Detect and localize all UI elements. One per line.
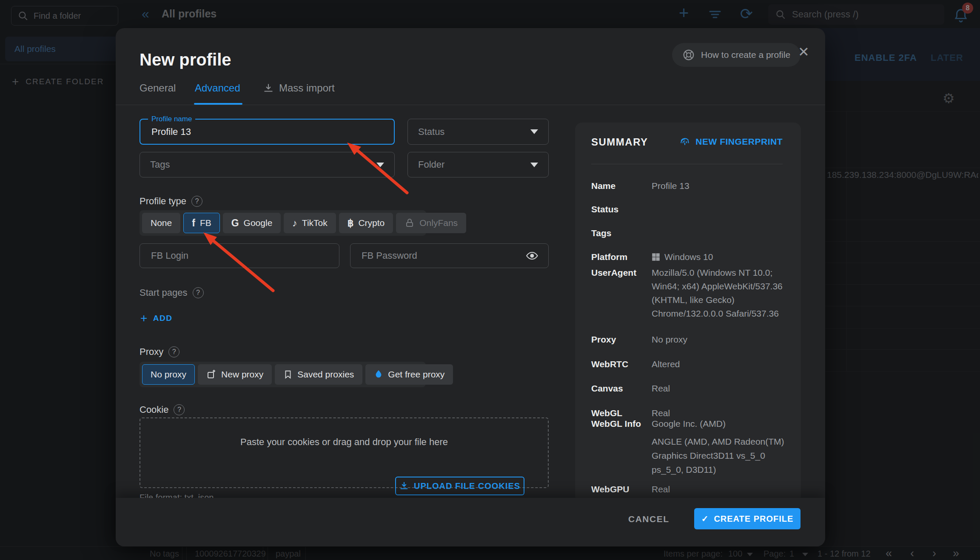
- lock-icon: [405, 218, 415, 228]
- check-icon: ✓: [701, 514, 709, 524]
- close-icon[interactable]: ✕: [798, 45, 809, 59]
- help-circle-icon[interactable]: ?: [191, 196, 202, 207]
- chevron-down-icon: [530, 163, 538, 167]
- tab-general[interactable]: General: [140, 82, 176, 94]
- chevron-down-icon: [530, 129, 538, 134]
- summary-row-webgpu: WebGPU Real: [591, 483, 787, 496]
- proxy-label: Proxy: [140, 346, 163, 357]
- saved-proxies-button[interactable]: Saved proxies: [275, 364, 362, 385]
- summary-row-webrtc: WebRTC Altered: [591, 358, 787, 371]
- summary-row-platform: Platform Windows 10: [591, 251, 787, 263]
- fb-password-input[interactable]: [361, 250, 526, 262]
- new-proxy-button[interactable]: New proxy: [198, 364, 272, 385]
- modal-title: New profile: [140, 50, 231, 69]
- profile-type-section: Profile type ?: [140, 196, 202, 207]
- tabs-divider: [116, 105, 825, 105]
- type-tiktok-button[interactable]: ♪ TikTok: [284, 213, 336, 233]
- windows-icon: [652, 253, 660, 261]
- app-screen: Find a folder All profiles + CREATE FOLD…: [0, 0, 980, 560]
- status-placeholder: Status: [418, 126, 444, 137]
- summary-row-canvas: Canvas Real: [591, 382, 787, 395]
- summary-row-status: Status: [591, 203, 787, 216]
- status-select[interactable]: Status: [407, 119, 549, 145]
- summary-row-tags: Tags: [591, 227, 787, 240]
- google-icon: G: [231, 217, 239, 229]
- how-to-create-label: How to create a profile: [701, 50, 790, 60]
- help-circle-icon[interactable]: ?: [193, 287, 204, 298]
- type-crypto-button[interactable]: ฿ Crypto: [339, 213, 393, 233]
- profile-type-label: Profile type: [140, 196, 186, 207]
- fb-login-input[interactable]: [150, 250, 329, 262]
- tiktok-icon: ♪: [292, 217, 297, 229]
- flame-icon: [374, 369, 383, 380]
- profile-type-group: None f FB G Google ♪ TikTok ฿ Crypto Onl…: [140, 210, 426, 236]
- new-fingerprint-label: NEW FINGERPRINT: [695, 137, 783, 147]
- type-fb-button[interactable]: f FB: [183, 213, 220, 233]
- fb-password-field[interactable]: [350, 243, 549, 268]
- start-pages-section: Start pages ?: [140, 287, 204, 298]
- summary-row-webgl-info: WebGL Info Google Inc. (AMD): [591, 417, 787, 430]
- cookie-dropzone-text: Paste your cookies or drag and drop your…: [140, 437, 549, 448]
- create-profile-label: CREATE PROFILE: [714, 514, 793, 524]
- start-pages-label: Start pages: [140, 287, 188, 298]
- no-proxy-button[interactable]: No proxy: [142, 364, 195, 385]
- download-icon: [399, 481, 409, 491]
- type-onlyfans-button[interactable]: OnlyFans: [396, 213, 466, 233]
- profile-name-label: Profile name: [148, 115, 195, 123]
- type-none-button[interactable]: None: [142, 213, 180, 233]
- tab-advanced[interactable]: Advanced: [195, 82, 240, 94]
- proxy-section: Proxy ?: [140, 346, 179, 357]
- create-profile-button[interactable]: ✓ CREATE PROFILE: [694, 508, 801, 529]
- tags-select[interactable]: Tags: [140, 152, 395, 177]
- cookie-section: Cookie ?: [140, 404, 185, 415]
- fingerprint-icon: [678, 135, 691, 148]
- summary-title: SUMMARY: [591, 136, 648, 148]
- help-circle-icon[interactable]: ?: [174, 404, 185, 415]
- summary-divider: [591, 164, 783, 164]
- how-to-create-button[interactable]: How to create a profile: [672, 43, 801, 67]
- help-ring-icon: [682, 49, 695, 61]
- profile-name-input[interactable]: [151, 126, 384, 138]
- summary-row-name: Name Profile 13: [591, 180, 787, 192]
- plus-icon: +: [140, 312, 148, 324]
- add-label: ADD: [153, 314, 173, 323]
- new-fingerprint-button[interactable]: NEW FINGERPRINT: [678, 135, 783, 148]
- summary-row-useragent: UserAgent Mozilla/5.0 (Windows NT 10.0; …: [591, 266, 787, 280]
- new-window-icon: [206, 369, 217, 380]
- bookmark-icon: [283, 369, 293, 380]
- folder-placeholder: Folder: [418, 159, 444, 170]
- folder-select[interactable]: Folder: [407, 152, 549, 177]
- new-profile-modal: How to create a profile ✕ New profile Ge…: [116, 28, 825, 546]
- modal-footer: CANCEL ✓ CREATE PROFILE: [116, 498, 825, 546]
- add-start-page-button[interactable]: + ADD: [140, 312, 173, 324]
- facebook-icon: f: [192, 217, 195, 229]
- proxy-group: No proxy New proxy Saved proxies Get fre…: [140, 362, 426, 387]
- upload-cookies-button[interactable]: UPLOAD FILE COOKIES: [395, 477, 524, 495]
- cookie-label: Cookie: [140, 404, 168, 415]
- download-icon: [263, 83, 274, 96]
- chevron-down-icon: [376, 163, 384, 167]
- eye-icon[interactable]: [526, 251, 538, 260]
- cancel-button[interactable]: CANCEL: [628, 514, 669, 524]
- summary-row-proxy: Proxy No proxy: [591, 333, 787, 346]
- bitcoin-icon: ฿: [348, 217, 354, 229]
- upload-cookies-label: UPLOAD FILE COOKIES: [414, 481, 520, 491]
- tab-mass-import[interactable]: Mass import: [279, 82, 335, 94]
- help-circle-icon[interactable]: ?: [168, 346, 179, 357]
- summary-panel: SUMMARY NEW FINGERPRINT Name Profile 13 …: [575, 123, 801, 502]
- get-free-proxy-button[interactable]: Get free proxy: [365, 364, 453, 385]
- tags-placeholder: Tags: [150, 159, 170, 170]
- type-google-button[interactable]: G Google: [223, 213, 281, 233]
- fb-login-field[interactable]: [140, 243, 339, 268]
